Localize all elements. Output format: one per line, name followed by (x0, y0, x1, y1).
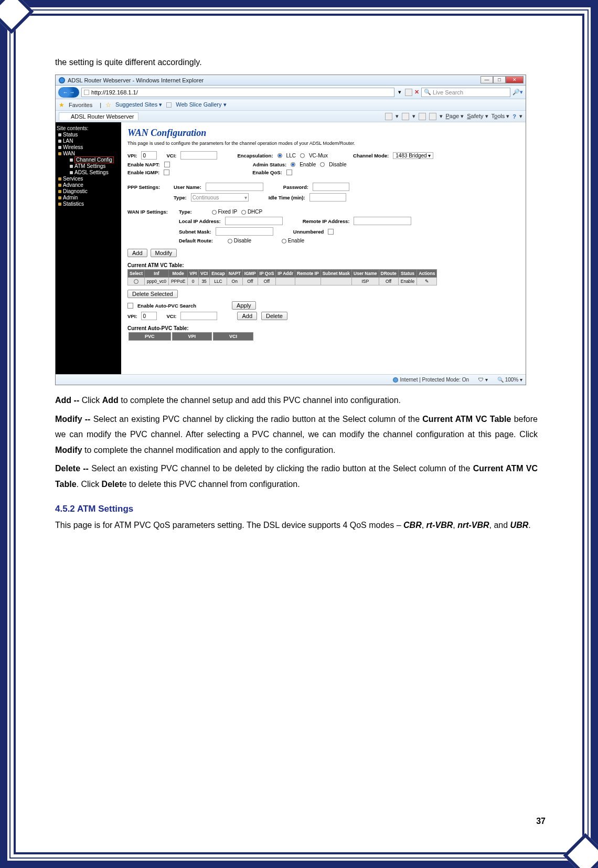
row-select-radio[interactable] (134, 279, 138, 284)
ppp-username-input[interactable] (206, 183, 263, 191)
sidebar-item-atm-settings[interactable]: ATM Settings (68, 163, 120, 170)
refresh-icon[interactable] (405, 89, 412, 96)
modify-button[interactable]: Modify (151, 249, 177, 257)
sidebar-item-status[interactable]: Status (57, 132, 120, 138)
vpi-input[interactable] (141, 151, 157, 160)
suggested-sites-link[interactable]: Suggested Sites ▾ (115, 101, 162, 108)
wanip-dhcp-radio[interactable] (241, 210, 246, 215)
sidebar-item-lan[interactable]: LAN (57, 138, 120, 144)
mail-icon[interactable] (419, 113, 426, 120)
feeds-icon[interactable] (402, 113, 409, 120)
encap-llc-radio[interactable] (277, 153, 282, 158)
sidebar-item-wireless[interactable]: Wireless (57, 144, 120, 151)
stop-icon[interactable]: ✕ (414, 89, 419, 96)
zoom-control[interactable]: 🔍 100% ▾ (497, 377, 522, 383)
tools-menu[interactable]: Tools ▾ (492, 113, 510, 120)
delete-selected-button[interactable]: Delete Selected (127, 290, 178, 298)
titlebar: ADSL Router Webserver - Windows Internet… (56, 75, 526, 86)
sidebar-item-channel-config[interactable]: Channel Config (68, 157, 120, 163)
search-go-icon[interactable]: 🔎▾ (512, 89, 523, 96)
th-status: Status (398, 270, 417, 278)
doc-delete-para: Delete -- Select an existing PVC channel… (55, 461, 538, 492)
vci2-input[interactable] (180, 312, 217, 320)
sidebar-item-adsl-settings[interactable]: ADSL Settings (68, 170, 120, 176)
favorites-label[interactable]: Favorites (69, 102, 92, 108)
channel-mode-label: Channel Mode: (353, 153, 389, 158)
cmd-sep2: ▾ (412, 113, 415, 120)
local-ip-input[interactable] (225, 217, 283, 225)
remote-ip-input[interactable] (354, 217, 411, 225)
sidebar-item-admin[interactable]: Admin (57, 195, 120, 201)
web-slice-link[interactable]: Web Slice Gallery ▾ (176, 101, 226, 108)
add-button[interactable]: Add (127, 249, 147, 257)
window-title: ADSL Router Webserver - Windows Internet… (68, 77, 204, 83)
sidebar-item-advance[interactable]: Advance (57, 182, 120, 188)
channel-mode-select[interactable]: 1483 Bridged ▾ (393, 152, 433, 159)
igmp-checkbox[interactable] (164, 170, 169, 175)
table-row: ppp0_vc0 PPPoE 0 35 LLC On Off Off ISP O… (128, 278, 437, 285)
back-forward-buttons[interactable]: ← → (58, 87, 79, 98)
auto-pvc-checkbox[interactable] (127, 303, 133, 309)
subnet-mask-input[interactable] (216, 227, 273, 236)
auto-pvc-table: PVC VPI VCI (127, 331, 254, 342)
dropdown-icon[interactable]: ▾ (397, 89, 403, 96)
maximize-button[interactable]: □ (493, 76, 506, 83)
vpi2-label: VPI: (127, 313, 137, 319)
command-bar: ▾ ▾ ▾ PPageage ▾ Safety ▾ Tools ▾ ?▾ (385, 113, 523, 120)
droute-disable-radio[interactable] (228, 239, 232, 244)
favorites-bar: ★ Favorites | ☆ Suggested Sites ▾ Web Sl… (56, 99, 526, 111)
status-bar: Internet | Protected Mode: On 🛡 ▾ 🔍 100%… (56, 374, 526, 385)
page-menu[interactable]: PPageage ▾ (446, 113, 464, 120)
favorites-star-icon[interactable]: ★ (59, 101, 65, 109)
atm-vc-table: Select Inf Mode VPI VCI Encap NAPT IGMP … (127, 269, 437, 285)
napt-checkbox[interactable] (164, 162, 170, 167)
add2-button[interactable]: Add (237, 312, 257, 320)
doc-add-para: Add -- Click Add to complete the channel… (55, 393, 538, 408)
cmd-sep: ▾ (396, 113, 399, 120)
sidebar-item-wan[interactable]: WAN Channel Config ATM Settings ADSL Set… (57, 151, 120, 176)
suggested-icon: ☆ (105, 101, 111, 109)
doc-modify-para: Modify -- Select an existing PVC channel… (55, 411, 538, 458)
safety-menu[interactable]: Safety ▾ (467, 113, 488, 120)
close-button[interactable]: ✕ (506, 76, 524, 83)
minimize-button[interactable]: — (480, 76, 493, 83)
sidebar-item-services[interactable]: Services (57, 176, 120, 182)
droute-enable-radio[interactable] (282, 239, 286, 244)
idle-time-input[interactable] (309, 193, 346, 202)
help-icon[interactable]: ? (512, 113, 516, 120)
address-bar[interactable]: http://192.168.1.1/ (81, 88, 394, 97)
vpi2-input[interactable] (141, 312, 157, 320)
vpi-label: VPI: (127, 153, 137, 158)
delete2-button[interactable]: Delete (261, 312, 287, 320)
admin-enable-radio[interactable] (291, 162, 295, 167)
ppp-password-input[interactable] (313, 183, 349, 191)
apply-button[interactable]: Apply (232, 301, 256, 310)
home-icon[interactable] (385, 113, 392, 120)
section-heading-atm: 4.5.2 ATM Settings (55, 504, 538, 514)
page-number: 37 (536, 817, 546, 826)
wanip-settings-label: WAN IP Settings: (127, 209, 175, 215)
ppp-type-select[interactable]: Continuous▾ (191, 193, 249, 202)
qos-checkbox[interactable] (286, 170, 292, 175)
active-tab[interactable]: ADSL Router Webserver (59, 112, 138, 120)
unnumbered-checkbox[interactable] (328, 229, 334, 235)
th-remoteip: Remote IP (295, 270, 321, 278)
edit-icon[interactable]: ✎ (425, 279, 429, 284)
search-field[interactable]: 🔍 Live Search (421, 88, 510, 97)
internet-zone-icon (393, 377, 398, 383)
wanip-fixed-radio[interactable] (212, 210, 217, 215)
local-ip-label: Local IP Address: (179, 218, 221, 224)
igmp-label: Enable IGMP: (127, 170, 159, 175)
main-panel: WAN Configuration This page is used to c… (121, 122, 526, 374)
encap-vcmux-radio[interactable] (300, 153, 305, 158)
admin-disable-radio[interactable] (320, 162, 325, 167)
sidebar-item-statistics[interactable]: Statistics (57, 201, 120, 207)
ie-icon (59, 77, 65, 83)
vci-input[interactable] (180, 151, 217, 160)
page-content: the setting is quite different according… (55, 58, 538, 536)
th-igmp: IGMP (242, 270, 258, 278)
protected-mode-dropdown[interactable]: 🛡 ▾ (478, 377, 488, 383)
print-icon[interactable] (429, 113, 436, 120)
doc-atm-para: This page is for ATM PVC QoS parameters … (55, 517, 538, 533)
sidebar-item-diagnostic[interactable]: Diagnostic (57, 188, 120, 195)
